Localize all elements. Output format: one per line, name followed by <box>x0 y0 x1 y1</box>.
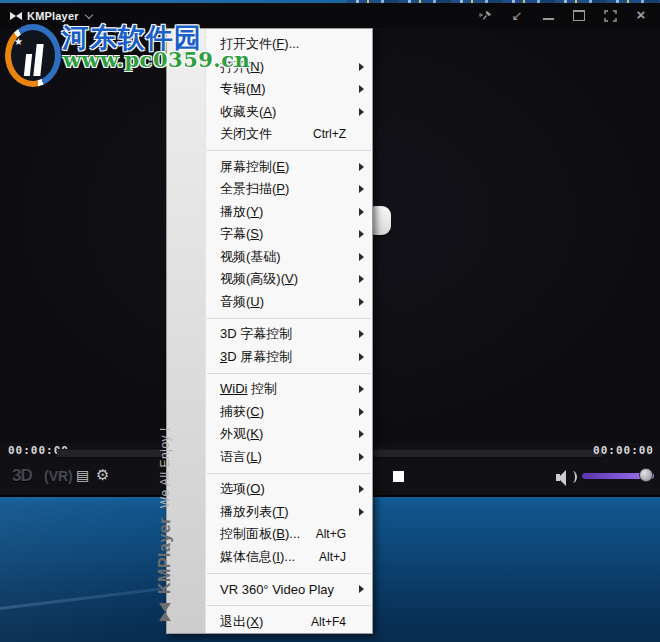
fullscreen-icon[interactable] <box>603 9 617 23</box>
menu-item-label: 语言(L) <box>220 448 352 466</box>
pin-icon[interactable] <box>479 9 493 23</box>
menu-item-control-panel[interactable]: 控制面板(B)...Alt+G <box>206 523 372 546</box>
menu-item-widi-control[interactable]: WiDi 控制 <box>206 378 372 401</box>
menu-branding-sidebar: KMPlayer We All Enjoy ! <box>167 29 206 633</box>
menu-item-shortcut: Alt+F4 <box>311 615 346 629</box>
menu-item-label: 专辑(M) <box>220 80 352 98</box>
3d-mode-button[interactable]: 3D <box>12 466 32 486</box>
menu-item-label: WiDi 控制 <box>220 380 352 398</box>
menu-item-label: 关闭文件 <box>220 125 313 143</box>
menu-item-label: 3D 字幕控制 <box>220 325 352 343</box>
menu-item-skins[interactable]: 外观(K) <box>206 423 372 446</box>
menu-separator <box>207 573 371 574</box>
menu-item-shortcut: Alt+G <box>316 527 346 541</box>
menu-item-label: 全景扫描(P) <box>220 180 352 198</box>
menu-separator <box>207 605 371 606</box>
submenu-arrow-icon <box>352 230 364 238</box>
menu-item-label: 选项(O) <box>220 480 352 498</box>
submenu-arrow-icon <box>352 585 364 593</box>
menu-item-label: 媒体信息(I)... <box>220 548 319 566</box>
submenu-arrow-icon <box>352 485 364 493</box>
menu-item-label: 外观(K) <box>220 425 352 443</box>
menu-item-label: 播放列表(T) <box>220 503 352 521</box>
main-context-menu: KMPlayer We All Enjoy ! 打开文件(F)...打开(N)专… <box>166 28 373 634</box>
submenu-arrow-icon <box>352 208 364 216</box>
menu-item-label: 字幕(S) <box>220 225 352 243</box>
menu-item-close-file[interactable]: 关闭文件Ctrl+Z <box>206 123 372 146</box>
submenu-arrow-icon <box>352 353 364 361</box>
menu-item-label: 收藏夹(A) <box>220 103 352 121</box>
menu-separator <box>207 318 371 319</box>
submenu-arrow-icon <box>352 408 364 416</box>
menu-item-playlist[interactable]: 播放列表(T) <box>206 501 372 524</box>
submenu-arrow-icon <box>352 330 364 338</box>
menu-item-video-basic[interactable]: 视频(基础) <box>206 246 372 269</box>
stop-button[interactable] <box>393 471 404 482</box>
menu-separator <box>207 373 371 374</box>
submenu-arrow-icon <box>352 453 364 461</box>
volume-knob[interactable] <box>639 468 653 482</box>
menu-item-3d-screen-control[interactable]: 3D 屏幕控制 <box>206 346 372 369</box>
menu-item-video-advanced[interactable]: 视频(高级)(V) <box>206 268 372 291</box>
menu-item-label: VR 360° Video Play <box>220 582 352 597</box>
menu-item-exit[interactable]: 退出(X)Alt+F4 <box>206 611 372 634</box>
submenu-arrow-icon <box>352 298 364 306</box>
sidebar-brand-text: KMPlayer <box>156 517 174 594</box>
menu-item-shortcut: Ctrl+Z <box>313 127 346 141</box>
menu-item-favorites[interactable]: 收藏夹(A) <box>206 101 372 124</box>
submenu-arrow-icon <box>352 85 364 93</box>
submenu-arrow-icon <box>352 385 364 393</box>
menu-item-media-info[interactable]: 媒体信息(I)...Alt+J <box>206 546 372 569</box>
kmplayer-logo-icon <box>10 12 22 20</box>
time-total: 00:00:00 <box>593 444 654 457</box>
menu-item-label: 播放(Y) <box>220 203 352 221</box>
menu-separator <box>207 150 371 151</box>
maximize-icon[interactable] <box>572 9 586 23</box>
submenu-arrow-icon <box>352 430 364 438</box>
playlist-icon[interactable]: ▤ <box>76 467 89 483</box>
kmplayer-bowtie-icon <box>159 603 171 621</box>
submenu-arrow-icon <box>352 275 364 283</box>
menu-item-language[interactable]: 语言(L) <box>206 446 372 469</box>
menu-item-shortcut: Alt+J <box>319 550 346 564</box>
menu-item-3d-subtitle-control[interactable]: 3D 字幕控制 <box>206 323 372 346</box>
menu-item-label: 视频(高级)(V) <box>220 270 352 288</box>
menu-item-pan-scan[interactable]: 全景扫描(P) <box>206 178 372 201</box>
watermark-site-url: www.pc0359.cn <box>63 47 250 72</box>
menu-separator <box>207 473 371 474</box>
menu-item-audio[interactable]: 音频(U) <box>206 291 372 314</box>
menu-item-label: 控制面板(B)... <box>220 525 316 543</box>
menu-item-capture[interactable]: 捕获(C) <box>206 401 372 424</box>
submenu-arrow-icon <box>352 163 364 171</box>
submenu-arrow-icon <box>352 185 364 193</box>
menu-list: 打开文件(F)...打开(N)专辑(M)收藏夹(A)关闭文件Ctrl+Z屏幕控制… <box>206 29 372 633</box>
speaker-icon[interactable] <box>556 469 578 485</box>
menu-item-label: 3D 屏幕控制 <box>220 348 352 366</box>
minimize-icon[interactable] <box>541 9 555 23</box>
menu-item-label: 视频(基础) <box>220 248 352 266</box>
dock-corner-icon[interactable]: ↙ <box>510 9 524 23</box>
chevron-down-icon[interactable] <box>84 10 92 18</box>
watermark-logo-icon: ★ <box>5 24 61 87</box>
center-logo-fragment <box>372 206 391 235</box>
window-controls: ↙ × <box>479 9 648 23</box>
menu-item-album[interactable]: 专辑(M) <box>206 78 372 101</box>
close-icon[interactable]: × <box>634 8 648 22</box>
menu-item-label: 屏幕控制(E) <box>220 158 352 176</box>
menu-item-subtitles[interactable]: 字幕(S) <box>206 223 372 246</box>
submenu-arrow-icon <box>352 63 364 71</box>
gear-icon[interactable]: ⚙ <box>96 466 109 484</box>
vr-mode-button[interactable]: (VR) <box>44 468 73 484</box>
submenu-arrow-icon <box>352 508 364 516</box>
menu-item-playback[interactable]: 播放(Y) <box>206 201 372 224</box>
submenu-arrow-icon <box>352 253 364 261</box>
menu-item-label: 退出(X) <box>220 613 311 631</box>
submenu-arrow-icon <box>352 108 364 116</box>
sidebar-slogan-text: We All Enjoy ! <box>158 427 172 508</box>
menu-item-label: 捕获(C) <box>220 403 352 421</box>
menu-item-options[interactable]: 选项(O) <box>206 478 372 501</box>
menu-item-label: 音频(U) <box>220 293 352 311</box>
menu-item-screen-control[interactable]: 屏幕控制(E) <box>206 156 372 179</box>
menu-item-vr-360-video-play[interactable]: VR 360° Video Play <box>206 578 372 601</box>
